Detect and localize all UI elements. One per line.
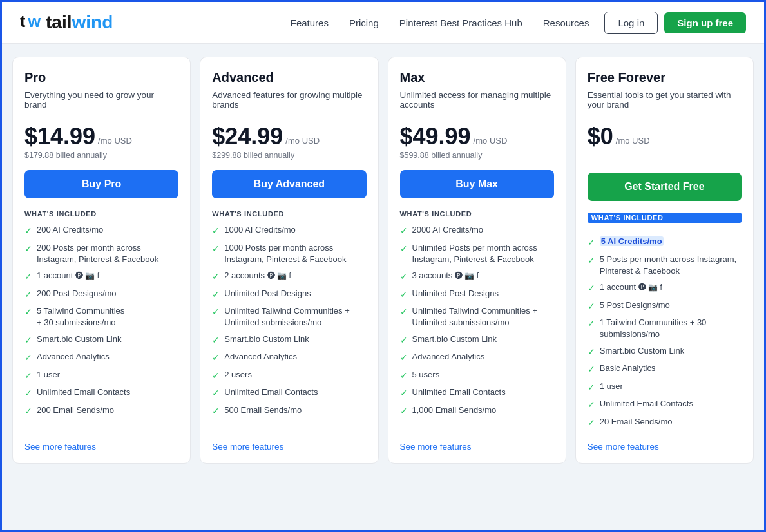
check-icon: ✓	[588, 318, 595, 330]
check-icon: ✓	[24, 289, 32, 301]
check-icon: ✓	[588, 346, 595, 359]
list-item: ✓5 Tailwind Communities+ 30 submissions/…	[24, 305, 178, 328]
check-icon: ✓	[588, 282, 595, 295]
check-icon: ✓	[24, 243, 32, 256]
check-icon: ✓	[212, 370, 220, 383]
see-more-free[interactable]: See more features	[588, 442, 742, 451]
whats-included-pro: WHAT'S INCLUDED	[24, 210, 178, 218]
logo: t w tailwind	[20, 11, 113, 34]
check-icon: ✓	[212, 387, 220, 400]
nav-resources[interactable]: Resources	[543, 17, 589, 28]
list-item: ✓Advanced Analytics	[24, 351, 178, 365]
nav-pinterest[interactable]: Pinterest Best Practices Hub	[399, 17, 522, 28]
price-unit-advanced: /mo USD	[285, 136, 320, 146]
check-icon: ✓	[400, 387, 408, 400]
list-item: ✓1 Tailwind Communities + 30 submissions…	[588, 317, 742, 340]
list-item: ✓Unlimited Post Designs	[212, 288, 366, 301]
header: t w tailwind Features Pricing Pinterest …	[2, 2, 764, 44]
feature-list-advanced: ✓1000 AI Credits/mo ✓1000 Posts per mont…	[212, 224, 366, 434]
plan-name-max: Max	[400, 70, 554, 85]
logo-text: tailwind	[46, 12, 113, 33]
plan-card-advanced: Advanced Advanced features for growing m…	[200, 57, 378, 464]
whats-included-free: WHAT'S INCLUDED	[588, 213, 742, 223]
price-main-max: $49.99	[400, 125, 471, 148]
list-item: ✓Advanced Analytics	[400, 351, 554, 365]
list-item: ✓2 accounts 🅟 📷 f	[212, 270, 366, 283]
get-started-free-button[interactable]: Get Started Free	[588, 173, 742, 201]
check-icon: ✓	[212, 271, 220, 283]
feature-list-pro: ✓200 AI Credits/mo ✓200 Posts per month …	[24, 224, 178, 434]
list-item: ✓2 users	[212, 369, 366, 383]
list-item: ✓3 accounts 🅟 📷 f	[400, 270, 554, 283]
check-icon: ✓	[24, 306, 32, 319]
list-item: ✓Smart.bio Custom Link	[588, 345, 742, 359]
check-icon: ✓	[24, 387, 32, 400]
check-icon: ✓	[588, 300, 595, 313]
check-icon: ✓	[400, 225, 408, 238]
buy-pro-button[interactable]: Buy Pro	[24, 170, 178, 198]
logo-wind: wind	[72, 12, 113, 32]
price-annual-advanced: $299.88 billed annually	[212, 151, 366, 160]
list-item: ✓Unlimited Tailwind Communities + Unlimi…	[400, 305, 554, 328]
list-item: ✓Advanced Analytics	[212, 351, 366, 365]
nav-pricing[interactable]: Pricing	[349, 17, 379, 28]
check-icon: ✓	[212, 405, 220, 418]
price-unit-free: /mo USD	[616, 136, 650, 146]
list-item: ✓200 AI Credits/mo	[24, 224, 178, 238]
see-more-pro[interactable]: See more features	[24, 442, 178, 451]
price-main-pro: $14.99	[24, 125, 95, 148]
check-icon: ✓	[400, 370, 408, 383]
logo-tail: tail	[46, 12, 72, 32]
price-annual-free	[588, 151, 742, 162]
list-item: ✓Smart.bio Custom Link	[212, 334, 366, 347]
check-icon: ✓	[588, 363, 595, 376]
price-main-advanced: $24.99	[212, 125, 283, 148]
see-more-advanced[interactable]: See more features	[212, 442, 366, 451]
check-icon: ✓	[400, 352, 408, 365]
check-icon: ✓	[400, 243, 408, 256]
buy-max-button[interactable]: Buy Max	[400, 170, 554, 198]
price-unit-pro: /mo USD	[98, 136, 132, 146]
buy-advanced-button[interactable]: Buy Advanced	[212, 170, 366, 198]
check-icon: ✓	[400, 405, 408, 418]
logo-icon: t w	[20, 11, 43, 34]
login-button[interactable]: Log in	[604, 12, 658, 34]
see-more-max[interactable]: See more features	[400, 442, 554, 451]
check-icon: ✓	[24, 225, 32, 238]
plan-name-free: Free Forever	[588, 70, 742, 85]
plan-name-pro: Pro	[24, 70, 178, 85]
check-icon: ✓	[24, 405, 32, 418]
check-icon: ✓	[400, 306, 408, 319]
list-item: ✓20 Email Sends/mo	[588, 416, 742, 430]
list-item: ✓5 Posts per month across Instagram, Pin…	[588, 254, 742, 277]
nav-features[interactable]: Features	[291, 17, 329, 28]
list-item: ✓200 Posts per month across Instagram, P…	[24, 242, 178, 265]
check-icon: ✓	[400, 289, 408, 301]
list-item: ✓Unlimited Email Contacts	[212, 386, 366, 400]
plan-desc-free: Essential tools to get you started with …	[588, 90, 742, 116]
check-icon: ✓	[588, 236, 595, 249]
price-unit-max: /mo USD	[474, 136, 508, 146]
list-item: ✓5 Post Designs/mo	[588, 299, 742, 313]
check-icon: ✓	[212, 352, 220, 365]
whats-included-advanced: WHAT'S INCLUDED	[212, 210, 366, 218]
list-item: ✓Unlimited Email Contacts	[588, 398, 742, 412]
list-item: ✓200 Email Sends/mo	[24, 404, 178, 418]
check-icon: ✓	[400, 334, 408, 347]
signup-button[interactable]: Sign up free	[664, 12, 746, 33]
check-icon: ✓	[212, 334, 220, 347]
price-main-free: $0	[588, 125, 613, 148]
check-icon: ✓	[588, 417, 595, 430]
price-row-free: $0 /mo USD	[588, 125, 742, 148]
list-item: ✓Basic Analytics	[588, 363, 742, 376]
list-item: ✓Smart.bio Custom Link	[24, 334, 178, 347]
highlight-ai-credits: 5 AI Credits/mo	[600, 236, 664, 246]
list-item: ✓Smart.bio Custom Link	[400, 334, 554, 347]
check-icon: ✓	[212, 225, 220, 238]
pricing-main: Pro Everything you need to grow your bra…	[2, 44, 764, 477]
plan-card-pro: Pro Everything you need to grow your bra…	[12, 57, 191, 464]
list-item: ✓2000 AI Credits/mo	[400, 224, 554, 238]
plan-desc-advanced: Advanced features for growing multiple b…	[212, 90, 366, 116]
price-row-advanced: $24.99 /mo USD	[212, 125, 366, 148]
check-icon: ✓	[588, 381, 595, 394]
